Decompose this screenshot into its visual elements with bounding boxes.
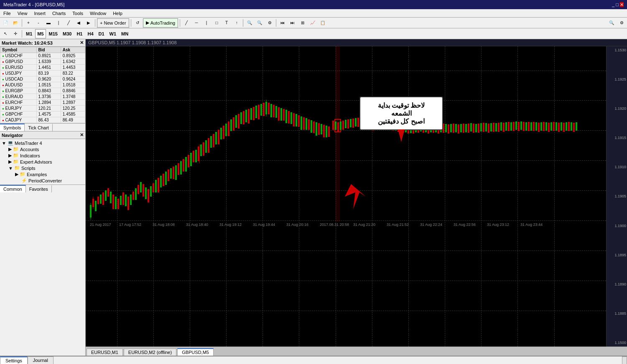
tab-settings[interactable]: Settings <box>0 356 28 364</box>
period-d1[interactable]: D1 <box>97 29 107 38</box>
cursor-btn[interactable]: ↖ <box>1 29 10 38</box>
svg-rect-16 <box>130 195 132 205</box>
market-watch-row[interactable]: ● EURGBP 0.8843 0.8846 <box>0 88 85 94</box>
period-m5[interactable]: M5 <box>35 29 46 38</box>
svg-rect-172 <box>513 122 515 131</box>
close-btn[interactable]: ✕ <box>620 2 624 7</box>
autotrading-label: AutoTrading <box>150 20 176 25</box>
menu-help[interactable]: Help <box>110 9 126 17</box>
nav-item-accounts[interactable]: ▶ 📁 Accounts <box>8 146 84 152</box>
svg-rect-18 <box>135 188 137 200</box>
market-watch-row[interactable]: ● USDCHF 0.8921 0.8925 <box>0 53 85 59</box>
zoom-in-btn[interactable]: + <box>24 18 33 28</box>
market-watch-row[interactable]: ● EURUSD 1.4451 1.4453 <box>0 65 85 71</box>
nav-tab-common[interactable]: Common <box>0 185 26 192</box>
new-order-btn[interactable]: + New Order <box>97 18 129 28</box>
mw-ask: 0.8846 <box>61 88 85 94</box>
chart-tab-eurusdm2[interactable]: EURUSD,M2 (offline) <box>124 349 176 356</box>
navigator-close[interactable]: ✕ <box>80 132 84 138</box>
tpl-btn[interactable]: 📋 <box>318 18 327 28</box>
menu-charts[interactable]: Charts <box>49 9 69 17</box>
period-h1[interactable]: H1 <box>74 29 84 38</box>
menu-file[interactable]: File <box>0 9 14 17</box>
market-watch-row[interactable]: ● EURAUD 1.3736 1.3748 <box>0 94 85 100</box>
chart-area: GBPUSD,M5 1.1907 1.1908 1.1907 1.1908 <box>86 39 627 356</box>
zoom-out-btn[interactable]: - <box>34 18 43 28</box>
menu-view[interactable]: View <box>14 9 31 17</box>
nav-item-examples[interactable]: ▶ 📁 Examples <box>14 171 84 177</box>
sep1 <box>22 19 22 27</box>
crosshair-btn[interactable]: ✛ <box>11 29 20 38</box>
search-btn[interactable]: 🔍 <box>607 18 616 28</box>
market-watch-row[interactable]: ● AUDUSD 1.0515 1.0518 <box>0 82 85 88</box>
period-m1[interactable]: M1 <box>24 29 34 38</box>
period-w1[interactable]: W1 <box>107 29 119 38</box>
scroll-right-btn[interactable]: ▶ <box>84 18 93 28</box>
autotrading-btn[interactable]: ▶ AutoTrading <box>143 18 178 28</box>
time-label-12: 31 Aug 23:12 <box>487 222 509 227</box>
new-chart-btn[interactable]: 📄 <box>1 18 10 28</box>
nav-item-indicators[interactable]: ▶ 📁 Indicators <box>8 152 84 159</box>
period-h4[interactable]: H4 <box>85 29 95 38</box>
open-btn[interactable]: 📂 <box>11 18 20 28</box>
zoomin-chart-btn[interactable]: 🔍 <box>245 18 254 28</box>
svg-rect-72 <box>270 104 272 117</box>
svg-rect-36 <box>180 161 182 174</box>
market-watch-row[interactable]: ● USDCAD 0.9620 0.9624 <box>0 76 85 82</box>
indicator-btn[interactable]: 📈 <box>308 18 317 28</box>
mw-tab-symbols[interactable]: Symbols <box>0 124 25 131</box>
mw-tab-tick[interactable]: Tick Chart <box>25 124 53 131</box>
rect-btn[interactable]: □ <box>212 18 221 28</box>
chart-tab-eurusdm1[interactable]: EURUSD,M1 <box>87 349 123 356</box>
market-watch-row[interactable]: ● EURJPY 120.21 120.25 <box>0 106 85 111</box>
refresh-btn[interactable]: ↺ <box>133 18 142 28</box>
nav-scripts-label: Scripts <box>21 166 36 171</box>
settings-btn[interactable]: ⚙ <box>617 18 626 28</box>
period-m30[interactable]: M30 <box>61 29 74 38</box>
svg-rect-76 <box>280 108 282 121</box>
direction-icon: ● <box>2 72 4 76</box>
nav-root[interactable]: ▼ 💻 MetaTrader 4 <box>1 140 84 146</box>
minimize-btn[interactable]: _ <box>612 2 614 7</box>
menu-insert[interactable]: Insert <box>31 9 49 17</box>
tab-journal[interactable]: Journal <box>28 356 54 364</box>
market-watch-row[interactable]: ● GBPUSD 1.6339 1.6342 <box>0 59 85 65</box>
nav-item-scripts[interactable]: ▼ 📁 Scripts <box>8 165 84 171</box>
nav-item-experts[interactable]: ▶ 📁 Expert Advisors <box>8 159 84 165</box>
market-watch-row[interactable]: ● GBPCHF 1.4575 1.4585 <box>0 111 85 117</box>
direction-icon: ● <box>2 107 4 111</box>
scroll-left-btn[interactable]: ◀ <box>74 18 83 28</box>
menu-tools[interactable]: Tools <box>69 9 87 17</box>
line-tool-btn[interactable]: ╱ <box>182 18 191 28</box>
vline-btn[interactable]: | <box>202 18 211 28</box>
hline-btn[interactable]: ─ <box>192 18 201 28</box>
vertical-tab[interactable]: Tester <box>622 356 627 364</box>
market-watch-row[interactable]: ● EURCHF 1.2894 1.2897 <box>0 100 85 106</box>
menu-window[interactable]: Window <box>87 9 110 17</box>
maximize-btn[interactable]: □ <box>616 2 619 7</box>
bar-chart-btn[interactable]: ▬ <box>44 18 53 28</box>
market-watch-row[interactable]: ● CADJPY 86.43 86.49 <box>0 117 85 123</box>
chart-plot[interactable]: 21 Aug 2017 17 Aug 17:52 31 Aug 18:08 31… <box>86 46 606 346</box>
period-m15[interactable]: M15 <box>47 29 60 38</box>
line-btn[interactable]: ╱ <box>64 18 73 28</box>
chart-btn2[interactable]: ⊞ <box>298 18 307 28</box>
mw-ask: 1.6342 <box>61 59 85 65</box>
svg-rect-17 <box>133 192 134 200</box>
zoomout-chart-btn[interactable]: 🔍 <box>255 18 264 28</box>
nav-tab-favorites[interactable]: Favorites <box>26 185 52 192</box>
text-btn[interactable]: T <box>222 18 231 28</box>
properties-btn[interactable]: ⚙ <box>265 18 274 28</box>
market-watch-row[interactable]: ● USDJPY 83.19 83.22 <box>0 71 85 76</box>
svg-rect-74 <box>275 106 277 118</box>
chart-tab-gbpusdm5[interactable]: GBPUSD,M5 <box>177 348 214 356</box>
market-watch-close[interactable]: ✕ <box>80 40 84 46</box>
arrow-btn[interactable]: ↑ <box>232 18 241 28</box>
nav-accounts-label: Accounts <box>20 147 39 152</box>
nav-item-periodconverter[interactable]: ⚡ PeriodConverter <box>14 177 84 184</box>
period-mn[interactable]: MN <box>119 29 130 38</box>
prev-btn[interactable]: ⏮ <box>278 18 287 28</box>
time-label-5: 31 Aug 19:12 <box>219 222 242 227</box>
next-btn[interactable]: ⏭ <box>288 18 297 28</box>
candle-btn[interactable]: | <box>54 18 63 28</box>
